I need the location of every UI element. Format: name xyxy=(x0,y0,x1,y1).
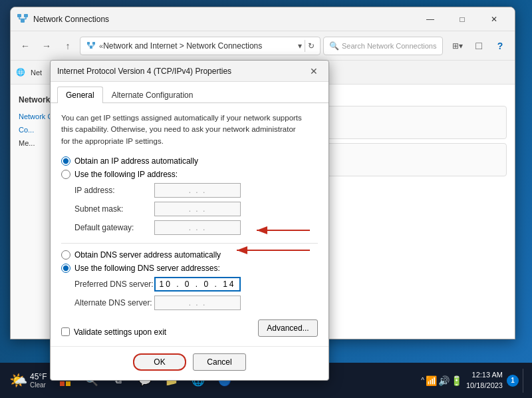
help-button[interactable]: ? xyxy=(491,37,509,55)
manual-ip-label: Use the following IP address: xyxy=(74,170,178,179)
search-placeholder: Search Network Connections xyxy=(342,42,436,50)
dialog-title: Internet Protocol Version 4 (TCP/IPv4) P… xyxy=(57,67,306,76)
manual-ip-radio[interactable] xyxy=(61,170,70,179)
nc-maximize-button[interactable]: □ xyxy=(447,9,477,29)
validate-row: Validate settings upon exit xyxy=(61,327,166,337)
dialog-description: You can get IP settings assigned automat… xyxy=(61,112,318,147)
dialog-close-button[interactable]: ✕ xyxy=(306,63,322,79)
manual-dns-label: Use the following DNS server addresses: xyxy=(74,264,220,273)
auto-dns-section: Obtain DNS server address automatically xyxy=(61,250,318,260)
taskbar-right: ^ 📶 🔊 🔋 12:13 AM 10/18/2023 1 xyxy=(421,369,527,393)
dialog-body: You can get IP settings assigned automat… xyxy=(51,103,329,346)
nc-minimize-button[interactable]: — xyxy=(415,9,446,29)
system-tray: ^ 📶 🔊 🔋 xyxy=(421,375,462,386)
manual-dns-radio[interactable] xyxy=(61,264,70,273)
dns-section: Obtain DNS server address automatically … xyxy=(61,243,318,310)
alternate-dns-label: Alternate DNS server: xyxy=(74,298,154,307)
search-icon: 🔍 xyxy=(329,41,339,51)
clock-time: 12:13 AM xyxy=(466,370,503,380)
nc-view-controls: ⊞▾ □ ? xyxy=(448,37,509,55)
nc-window-icon xyxy=(16,13,29,26)
subnet-mask-label: Subnet mask: xyxy=(74,204,154,214)
tab-alternate-config[interactable]: Alternate Configuration xyxy=(103,87,202,103)
nc-address-bar[interactable]: « Network and Internet > Network Connect… xyxy=(80,37,321,55)
svg-rect-1 xyxy=(24,14,28,17)
battery-icon[interactable]: 🔋 xyxy=(451,375,462,386)
nc-titlebar: Network Connections — □ ✕ xyxy=(11,7,515,31)
details-pane-button[interactable]: □ xyxy=(469,37,488,55)
validate-checkbox[interactable] xyxy=(61,327,70,336)
ip-address-input[interactable]: . . . xyxy=(154,183,241,198)
weather-widget[interactable]: 🌤️ 45°F Clear xyxy=(5,371,51,391)
refresh-button[interactable]: ↻ xyxy=(308,41,315,51)
svg-rect-7 xyxy=(87,42,90,45)
taskbar-clock[interactable]: 12:13 AM 10/18/2023 xyxy=(466,370,503,391)
clock-date: 10/18/2023 xyxy=(466,381,503,391)
subnet-mask-row: Subnet mask: . . . xyxy=(61,202,318,216)
auto-dns-radio[interactable] xyxy=(61,250,70,260)
volume-icon[interactable]: 🔊 xyxy=(438,375,450,386)
dialog-buttons: OK Cancel xyxy=(51,346,329,380)
nc-toolbar: ← → ↑ « Network and Internet > Network C… xyxy=(11,31,515,61)
address-dropdown-icon[interactable]: ▾ xyxy=(298,41,302,51)
weather-icon: 🌤️ xyxy=(9,372,27,389)
auto-dns-label: Obtain DNS server address automatically xyxy=(74,250,221,260)
manual-dns-section: Use the following DNS server addresses: xyxy=(61,264,318,273)
advanced-button[interactable]: Advanced... xyxy=(258,319,318,337)
svg-rect-2 xyxy=(21,19,25,23)
svg-rect-0 xyxy=(17,14,21,17)
nc-back-button[interactable]: ← xyxy=(16,37,35,55)
address-bar-text: Network and Internet > Network Connectio… xyxy=(103,41,262,51)
manual-ip-section: Use the following IP address: xyxy=(61,170,318,179)
auto-ip-label: Obtain an IP address automatically xyxy=(74,156,198,166)
svg-rect-25 xyxy=(60,381,65,386)
ip-address-row: IP address: . . . xyxy=(61,183,318,198)
weather-desc: Clear xyxy=(30,381,47,389)
nc-action-label: Net xyxy=(31,69,42,77)
address-divider xyxy=(305,40,305,52)
nc-close-button[interactable]: ✕ xyxy=(479,9,509,29)
chevron-icon[interactable]: ^ xyxy=(421,377,424,384)
default-gateway-row: Default gateway: . . . xyxy=(61,220,318,235)
validate-label: Validate settings upon exit xyxy=(74,327,166,337)
ip-address-label: IP address: xyxy=(74,186,154,195)
dialog-titlebar: Internet Protocol Version 4 (TCP/IPv4) P… xyxy=(51,61,329,82)
weather-temp: 45°F xyxy=(30,372,47,381)
alternate-dns-input[interactable]: . . . xyxy=(154,296,241,310)
alternate-dns-row: Alternate DNS server: . . . xyxy=(61,296,318,310)
network-tray-icon[interactable]: 📶 xyxy=(426,375,437,386)
notification-badge[interactable]: 1 xyxy=(507,375,519,387)
svg-rect-26 xyxy=(66,381,70,386)
nc-search-bar[interactable]: 🔍 Search Network Connections xyxy=(323,37,443,55)
validate-advanced-row: Validate settings upon exit Advanced... xyxy=(61,319,318,337)
auto-ip-section: Obtain an IP address automatically xyxy=(61,156,318,166)
preferred-dns-input[interactable]: 10 . 0 . 0 . 14 xyxy=(154,277,241,292)
svg-rect-8 xyxy=(92,42,95,45)
nc-window-controls: — □ ✕ xyxy=(415,9,509,29)
nc-up-button[interactable]: ↑ xyxy=(59,37,77,55)
default-gateway-input[interactable]: . . . xyxy=(154,220,241,235)
nc-forward-button[interactable]: → xyxy=(37,37,56,55)
change-layout-button[interactable]: ⊞▾ xyxy=(448,37,467,55)
action-network-icon: 🌐 xyxy=(16,68,25,77)
cancel-button[interactable]: Cancel xyxy=(193,353,246,371)
nc-window-title: Network Connections xyxy=(33,15,415,24)
preferred-dns-label: Preferred DNS server: xyxy=(74,280,154,289)
subnet-mask-input[interactable]: . . . xyxy=(154,202,241,216)
auto-ip-radio[interactable] xyxy=(61,156,70,166)
desktop: Network Connections — □ ✕ ← → ↑ xyxy=(0,0,532,363)
tab-general[interactable]: General xyxy=(57,87,103,103)
preferred-dns-row: Preferred DNS server: 10 . 0 . 0 . 14 xyxy=(61,277,318,292)
show-desktop-button[interactable] xyxy=(523,369,527,393)
tcp-ipv4-dialog: Internet Protocol Version 4 (TCP/IPv4) P… xyxy=(50,60,329,381)
dialog-tabs: General Alternate Configuration xyxy=(51,82,329,103)
ok-button[interactable]: OK xyxy=(133,353,186,371)
default-gateway-label: Default gateway: xyxy=(74,223,154,232)
